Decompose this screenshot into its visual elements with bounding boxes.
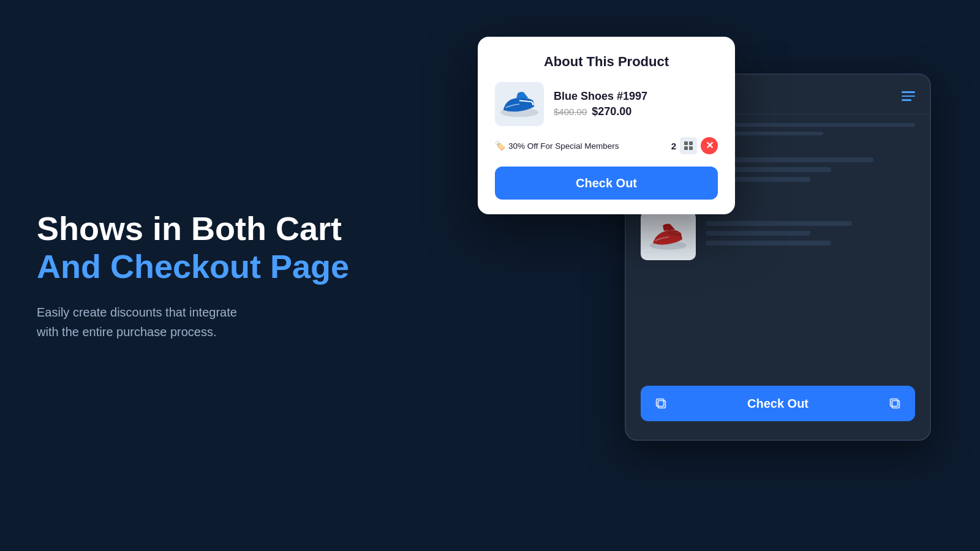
cart-item-2-image <box>641 211 696 260</box>
red-shoe-icon <box>647 219 690 253</box>
svg-rect-4 <box>892 400 899 408</box>
subtext-line1: Easily create discounts that integrate <box>37 305 237 319</box>
cart-checkout-button[interactable]: Check Out <box>641 386 915 421</box>
hamburger-icon[interactable] <box>902 91 915 101</box>
product-name: Blue Shoes #1997 <box>554 90 647 103</box>
main-headline: Shows in Both Cart And Checkout Page <box>37 209 355 285</box>
tag-icon: 🏷️ <box>495 141 505 151</box>
quantity-controls: 2 ✕ <box>671 137 718 154</box>
discount-text: 30% Off For Special Members <box>508 141 619 151</box>
popup-shoe-icon <box>499 86 540 122</box>
popup-checkout-label: Check Out <box>576 176 637 190</box>
quantity-value: 2 <box>671 141 676 151</box>
line-ph <box>706 221 852 226</box>
svg-rect-2 <box>658 400 665 408</box>
original-price: $400.00 <box>554 107 587 117</box>
product-popup: About This Product Blue Shoes #1997 $400… <box>478 37 735 214</box>
subtext: Easily create discounts that integrate w… <box>37 302 355 342</box>
sale-price: $270.00 <box>592 105 631 118</box>
qty-grid-button[interactable] <box>680 137 697 154</box>
close-icon: ✕ <box>706 141 714 151</box>
popup-checkout-button[interactable]: Check Out <box>495 167 718 200</box>
left-content: Shows in Both Cart And Checkout Page Eas… <box>37 209 355 342</box>
cart-item-2-lines <box>706 221 915 250</box>
product-details: Blue Shoes #1997 $400.00 $270.00 <box>554 90 647 118</box>
product-image <box>495 82 544 126</box>
remove-item-button[interactable]: ✕ <box>701 137 718 154</box>
discount-badge: 🏷️ 30% Off For Special Members <box>495 141 619 151</box>
mockups-area: Cart Page <box>453 0 980 551</box>
price-row: $400.00 $270.00 <box>554 105 647 118</box>
subtext-line2: with the entire purchase process. <box>37 325 217 339</box>
copy-icon-right <box>887 395 903 411</box>
popup-title: About This Product <box>495 54 718 70</box>
discount-row: 🏷️ 30% Off For Special Members 2 ✕ <box>495 137 718 154</box>
headline-line1: Shows in Both Cart <box>37 210 342 247</box>
svg-rect-5 <box>891 399 898 407</box>
line-ph <box>706 241 831 246</box>
svg-rect-3 <box>657 399 664 407</box>
headline-line2: And Checkout Page <box>37 248 349 285</box>
copy-icon-left <box>653 395 669 411</box>
cart-checkout-label: Check Out <box>669 397 887 411</box>
line-ph <box>706 231 810 236</box>
cart-item-1-lines <box>706 157 915 187</box>
product-info-row: Blue Shoes #1997 $400.00 $270.00 <box>495 82 718 126</box>
